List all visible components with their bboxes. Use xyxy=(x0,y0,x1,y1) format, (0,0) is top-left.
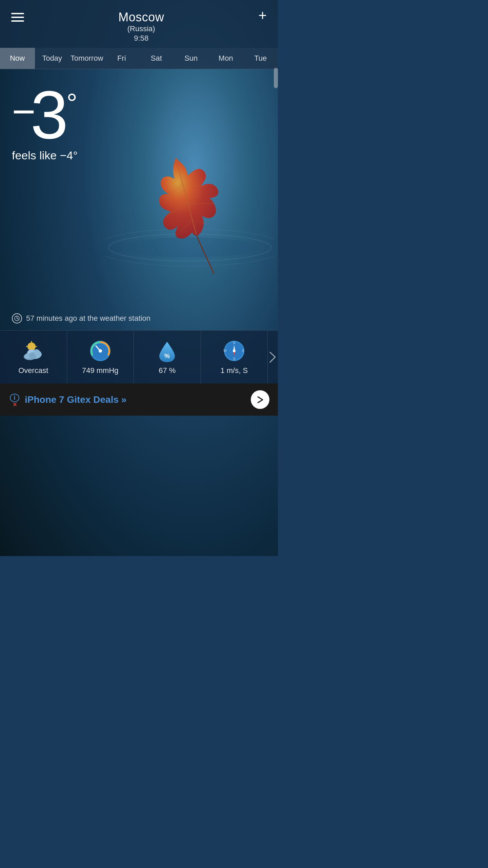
info-circle: i xyxy=(10,394,19,402)
svg-line-12 xyxy=(17,318,18,319)
svg-point-13 xyxy=(27,342,36,351)
wind-icon: N S E W xyxy=(222,339,246,363)
location-info: Moscow (Russia) 9:58 xyxy=(118,10,164,43)
humidity-icon: % xyxy=(155,339,179,363)
svg-text:%: % xyxy=(164,353,170,359)
detail-pressure: 749 mmHg xyxy=(67,331,134,383)
update-time-bar: 57 minutes ago at the weather station xyxy=(0,307,278,330)
temp-degree: ° xyxy=(66,91,76,116)
tab-sat[interactable]: Sat xyxy=(139,48,174,69)
humidity-label: 67 % xyxy=(159,366,176,375)
ad-content: i ✕ iPhone 7 Gitex Deals » xyxy=(8,394,126,406)
detail-humidity: % 67 % xyxy=(134,331,201,383)
svg-text:E: E xyxy=(242,349,244,353)
svg-text:S: S xyxy=(233,357,235,361)
tab-fri[interactable]: Fri xyxy=(104,48,139,69)
ad-banner[interactable]: i ✕ iPhone 7 Gitex Deals » xyxy=(0,383,278,416)
header: Moscow (Russia) 9:58 + xyxy=(0,0,278,48)
menu-button[interactable] xyxy=(8,10,27,24)
detail-condition: Overcast xyxy=(0,331,67,383)
ad-arrow-button[interactable] xyxy=(251,390,269,409)
city-name: Moscow xyxy=(118,10,164,24)
tab-tomorrow[interactable]: Tomorrow xyxy=(69,48,104,69)
detail-wind: N S E W 1 m/s, S xyxy=(201,331,268,383)
pressure-label: 749 mmHg xyxy=(82,366,119,375)
ad-info-icon: i ✕ xyxy=(8,394,21,406)
wind-label: 1 m/s, S xyxy=(220,366,248,375)
tab-now[interactable]: Now xyxy=(0,48,35,69)
time-display: 9:58 xyxy=(118,34,164,43)
feels-like: feels like −4° xyxy=(12,149,266,162)
svg-point-27 xyxy=(99,349,102,353)
details-next-arrow[interactable] xyxy=(268,331,278,383)
country-name: (Russia) xyxy=(118,24,164,33)
tab-tue[interactable]: Tue xyxy=(243,48,278,69)
svg-text:N: N xyxy=(233,341,235,345)
weather-details-bar: Overcast 749 mmHg % xyxy=(0,330,278,383)
svg-point-23 xyxy=(29,352,35,358)
svg-point-37 xyxy=(233,350,236,352)
condition-icon xyxy=(21,339,45,363)
close-ad-icon: ✕ xyxy=(13,402,17,408)
weather-main: − 3 ° feels like −4° xyxy=(0,69,278,307)
pressure-icon xyxy=(88,339,112,363)
tab-today[interactable]: Today xyxy=(35,48,70,69)
temperature-display: − 3 ° xyxy=(12,86,266,144)
update-text: 57 minutes ago at the weather station xyxy=(26,314,150,323)
ad-text: iPhone 7 Gitex Deals » xyxy=(25,394,126,405)
svg-text:W: W xyxy=(223,349,227,353)
clock-icon xyxy=(12,313,22,323)
temp-number: 3 xyxy=(30,86,66,144)
condition-label: Overcast xyxy=(18,366,48,375)
add-location-button[interactable]: + xyxy=(256,8,269,23)
tab-mon[interactable]: Mon xyxy=(208,48,243,69)
tab-sun[interactable]: Sun xyxy=(174,48,209,69)
day-tabs: Now Today Tomorrow Fri Sat Sun Mon Tue xyxy=(0,48,278,69)
scroll-indicator xyxy=(274,68,278,88)
